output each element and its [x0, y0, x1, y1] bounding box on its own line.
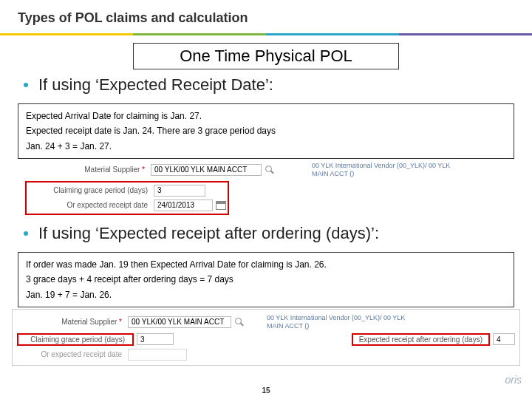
explain-line: Expected Arrival Date for claiming is Ja…: [26, 109, 506, 123]
account-link[interactable]: 00 YLK International Vendor (00_YLK)/ 00…: [267, 314, 415, 330]
logo: oris: [505, 374, 522, 386]
explain-line: Jan. 19 + 7 = Jan. 26.: [26, 287, 506, 302]
expected-after-ordering-label: Expected receipt after ordering (days): [355, 335, 487, 344]
explain-line: 3 grace days + 4 receipt after ordering …: [26, 272, 506, 287]
page-number: 15: [262, 386, 270, 395]
divider-rule: [0, 33, 532, 35]
material-supplier-input[interactable]: [128, 316, 231, 328]
grace-period-input[interactable]: [137, 333, 174, 345]
explain-line: Jan. 24 + 3 = Jan. 27.: [26, 139, 506, 154]
explain-line: If order was made Jan. 19 then Expected …: [26, 257, 506, 272]
search-icon[interactable]: [234, 317, 245, 327]
form-screenshot-1: Material Supplier * 00 YLK International…: [25, 160, 514, 215]
expected-receipt-date-input[interactable]: [128, 349, 187, 361]
bullet-text: If using ‘Expected receipt after orderin…: [38, 224, 379, 243]
calendar-icon[interactable]: [216, 201, 226, 210]
expected-after-ordering-input[interactable]: [493, 333, 515, 345]
explain-line: Expected receipt date is Jan. 24. There …: [26, 123, 506, 138]
material-supplier-label: Material Supplier *: [25, 166, 151, 174]
or-expected-receipt-label: Or expected receipt date: [28, 201, 154, 209]
bullet-text: If using ‘Expected Receipt Date’:: [38, 75, 273, 95]
section-header-box: One Time Physical POL: [133, 43, 399, 69]
explanation-box-1: Expected Arrival Date for claiming is Ja…: [18, 103, 514, 159]
expected-receipt-date-input[interactable]: [154, 200, 213, 211]
bullet-dot-icon: [24, 83, 28, 87]
grace-period-input[interactable]: [154, 185, 205, 197]
account-link[interactable]: 00 YLK International Vendor (00_YLK)/ 00…: [312, 162, 460, 178]
bullet-dot-icon: [24, 231, 28, 236]
grace-period-label: Claiming grace period (days): [28, 186, 154, 194]
bullet-expected-receipt-after-ordering: If using ‘Expected receipt after orderin…: [0, 218, 532, 249]
form-screenshot-2: Material Supplier * 00 YLK International…: [12, 309, 520, 366]
slide-title: Types of POL claims and calculation: [0, 0, 532, 33]
search-icon[interactable]: [265, 165, 275, 175]
or-expected-receipt-label: Or expected receipt date: [17, 350, 128, 358]
material-supplier-label: Material Supplier *: [17, 318, 128, 326]
bullet-expected-receipt-date: If using ‘Expected Receipt Date’:: [0, 72, 532, 100]
explanation-box-2: If order was made Jan. 19 then Expected …: [18, 252, 514, 307]
material-supplier-input[interactable]: [151, 164, 262, 176]
grace-period-label: Claiming grace period (days): [20, 335, 131, 344]
